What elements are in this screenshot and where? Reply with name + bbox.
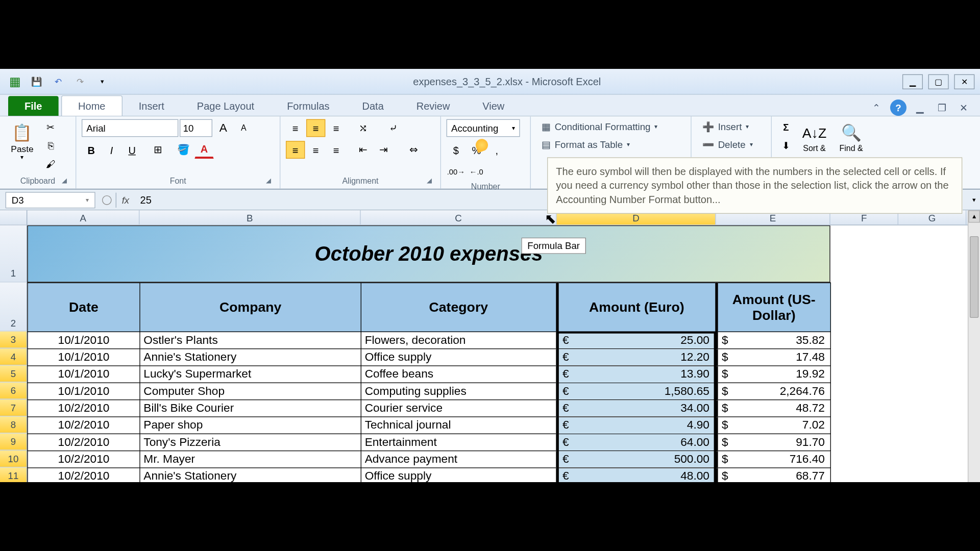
cell-euro[interactable]: 64.00 (557, 434, 716, 450)
copy-icon[interactable]: ⎘ (42, 138, 60, 154)
cell-date[interactable]: 10/2/2010 (28, 400, 140, 417)
minimize-ribbon-icon[interactable]: ⌃ (868, 99, 885, 116)
cell-euro[interactable]: 1,580.65 (557, 383, 716, 399)
decrease-decimal-icon[interactable]: ←.0 (467, 163, 486, 181)
cell-category[interactable]: Entertainment (361, 434, 557, 450)
shrink-font-icon[interactable]: A (234, 119, 253, 137)
row-header[interactable]: 10 (0, 450, 27, 467)
insert-cells-button[interactable]: ➕Insert▾ (697, 119, 754, 134)
cell-usd[interactable]: 91.70 (716, 434, 830, 450)
tab-file[interactable]: File (8, 96, 58, 116)
clipboard-dialog-icon[interactable]: ◢ (62, 177, 72, 187)
fx-icon[interactable]: fx (122, 194, 130, 205)
cell-company[interactable]: Computer Shop (140, 383, 361, 399)
doc-minimize-icon[interactable]: ▁ (912, 99, 928, 116)
cut-icon[interactable]: ✂ (42, 119, 60, 136)
row-header[interactable]: 4 (0, 348, 27, 365)
cell-category[interactable]: Computing supplies (361, 383, 557, 399)
cell-date[interactable]: 10/2/2010 (28, 451, 140, 468)
tab-page-layout[interactable]: Page Layout (181, 96, 271, 116)
cell-company[interactable]: Paper shop (140, 417, 361, 434)
tab-formulas[interactable]: Formulas (271, 96, 346, 116)
cell-category[interactable]: Office supply (361, 349, 557, 366)
align-left-icon[interactable]: ≡ (286, 141, 305, 159)
doc-restore-icon[interactable]: ❐ (934, 99, 950, 116)
cell-euro[interactable]: 4.90 (557, 417, 716, 434)
tab-review[interactable]: Review (400, 96, 467, 116)
cell-category[interactable]: Advance payment (361, 451, 557, 468)
accounting-format-icon[interactable]: $ (447, 141, 465, 159)
cell-category[interactable]: Technical journal (361, 417, 557, 434)
tab-view[interactable]: View (466, 96, 521, 116)
align-top-icon[interactable]: ≡ (286, 119, 305, 137)
cell-company[interactable]: Ostler's Plants (140, 332, 361, 348)
cell-company[interactable]: Tony's Pizzeria (140, 434, 361, 450)
bold-button[interactable]: B (82, 141, 101, 159)
percent-format-icon[interactable]: % (467, 141, 486, 159)
cell-category[interactable]: Coffee beans (361, 366, 557, 383)
doc-close-icon[interactable]: ✕ (955, 99, 972, 116)
expand-formula-bar-icon[interactable]: ▾ (968, 196, 980, 204)
cell-usd[interactable]: 17.48 (716, 349, 830, 366)
fill-icon[interactable]: ⬇ (777, 138, 795, 154)
format-as-table-button[interactable]: ▤Format as Table▾ (536, 137, 636, 152)
tab-home[interactable]: Home (61, 95, 122, 116)
cell-usd[interactable]: 19.92 (716, 366, 830, 383)
row-header[interactable]: 9 (0, 434, 27, 450)
cell-date[interactable]: 10/2/2010 (28, 434, 140, 450)
col-header-b[interactable]: B (139, 210, 360, 224)
row-header[interactable]: 1 (0, 226, 27, 283)
font-color-button[interactable]: A (194, 141, 213, 159)
cell-company[interactable]: Annie's Stationery (140, 349, 361, 366)
font-dialog-icon[interactable]: ◢ (266, 177, 277, 187)
autosum-icon[interactable]: Σ (777, 119, 795, 136)
cell-date[interactable]: 10/1/2010 (28, 349, 140, 366)
cell-euro[interactable]: 500.00 (557, 451, 716, 468)
fill-color-button[interactable]: 🪣 (174, 141, 193, 159)
alignment-dialog-icon[interactable]: ◢ (427, 177, 437, 187)
maximize-button[interactable]: ▢ (928, 74, 949, 89)
row-header[interactable]: 5 (0, 365, 27, 382)
grow-font-icon[interactable]: A (214, 119, 233, 137)
save-icon[interactable]: 💾 (27, 72, 46, 90)
scroll-up-icon[interactable]: ▲ (968, 210, 980, 222)
orientation-icon[interactable]: ⤭ (354, 119, 373, 137)
header-amount-usd[interactable]: Amount (US-Dollar) (716, 283, 830, 332)
format-painter-icon[interactable]: 🖌 (42, 156, 60, 172)
align-middle-icon[interactable]: ≡ (306, 119, 325, 137)
cell-euro[interactable]: 25.00 (557, 332, 716, 348)
tab-data[interactable]: Data (346, 96, 400, 116)
cell-date[interactable]: 10/1/2010 (28, 383, 140, 399)
cell-usd[interactable]: 2,264.76 (716, 383, 830, 399)
merge-center-icon[interactable]: ⇔ (404, 141, 423, 159)
number-format-select[interactable]: Accounting▾ (447, 119, 520, 137)
close-button[interactable]: ✕ (954, 74, 974, 89)
row-header[interactable]: 8 (0, 416, 27, 433)
cell-usd[interactable]: 35.82 (716, 332, 830, 348)
cell-company[interactable]: Lucky's Supermarket (140, 366, 361, 383)
title-cell[interactable]: October 2010 expenses (27, 226, 830, 283)
cell-date[interactable]: 10/1/2010 (28, 332, 140, 348)
row-header[interactable]: 3 (0, 332, 27, 348)
row-header[interactable]: 7 (0, 399, 27, 416)
select-all-corner[interactable] (0, 210, 27, 224)
header-date[interactable]: Date (28, 283, 140, 332)
minimize-button[interactable]: ▁ (902, 74, 923, 89)
col-header-c[interactable]: C (361, 210, 557, 224)
find-select-button[interactable]: 🔍 Find & (834, 119, 869, 156)
align-center-icon[interactable]: ≡ (306, 141, 325, 159)
undo-icon[interactable]: ↶ (49, 72, 68, 90)
cell-euro[interactable]: 13.90 (557, 366, 716, 383)
redo-icon[interactable]: ↷ (71, 72, 90, 90)
vscroll-thumb[interactable] (970, 236, 978, 318)
align-bottom-icon[interactable]: ≡ (327, 119, 346, 137)
cell-category[interactable]: Courier service (361, 400, 557, 417)
increase-indent-icon[interactable]: ⇥ (374, 141, 393, 159)
italic-button[interactable]: I (102, 141, 121, 159)
cell-euro[interactable]: 12.20 (557, 349, 716, 366)
decrease-indent-icon[interactable]: ⇤ (354, 141, 373, 159)
cell-company[interactable]: Bill's Bike Courier (140, 400, 361, 417)
row-header[interactable]: 6 (0, 383, 27, 399)
cell-category[interactable]: Flowers, decoration (361, 332, 557, 348)
font-size-input[interactable] (180, 119, 212, 137)
